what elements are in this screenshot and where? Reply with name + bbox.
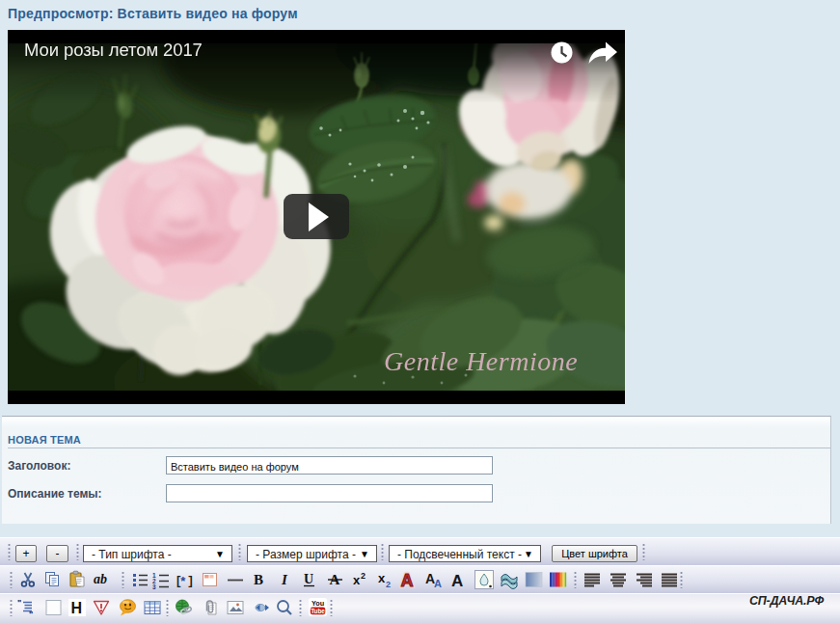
svg-text:x: x [353, 573, 361, 587]
svg-text:H: H [71, 600, 83, 616]
svg-text:ab: ab [94, 572, 107, 586]
svg-text:Gentle Hermione: Gentle Hermione [384, 346, 578, 376]
svg-text:]: ] [187, 575, 194, 588]
svg-text:I: I [281, 572, 288, 587]
svg-text:x: x [378, 571, 386, 585]
svg-text:B: B [254, 572, 263, 587]
svg-text:": " [29, 610, 33, 617]
svg-text:U: U [304, 572, 313, 586]
svg-text:A: A [451, 572, 463, 590]
svg-text:A: A [401, 571, 414, 590]
svg-text:2: 2 [361, 571, 366, 581]
svg-text:*: * [180, 574, 186, 588]
svg-text:A: A [434, 578, 442, 589]
svg-text:Tube: Tube [311, 608, 325, 614]
svg-text:": " [17, 598, 21, 608]
svg-text:2: 2 [386, 580, 391, 589]
svg-text:3: 3 [152, 583, 156, 589]
